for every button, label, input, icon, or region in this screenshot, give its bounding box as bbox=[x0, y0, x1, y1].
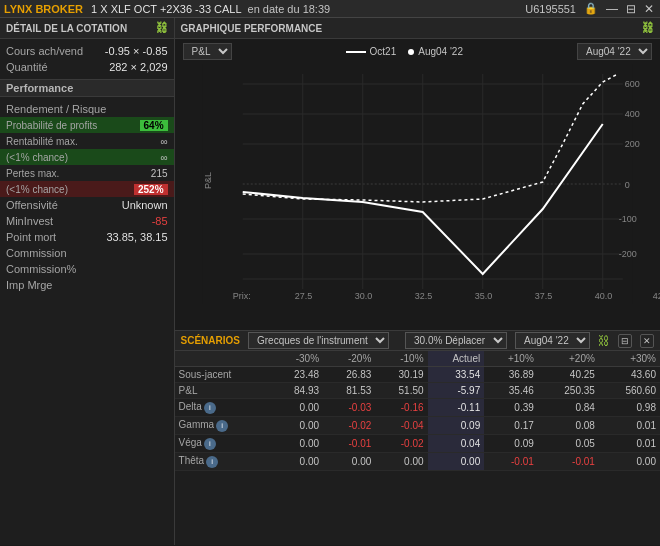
cours-value: -0.95 × -0.85 bbox=[105, 45, 168, 57]
deplacer-dropdown[interactable]: 30.0% Déplacer bbox=[405, 332, 507, 349]
scenario-link-icon[interactable]: ⛓ bbox=[598, 334, 610, 348]
date-info: en date du 18:39 bbox=[248, 3, 526, 15]
svg-text:27.5: 27.5 bbox=[294, 291, 312, 301]
info-icon[interactable]: i bbox=[216, 420, 228, 432]
mininvest-label: MinInvest bbox=[6, 215, 53, 227]
legend-aug: Aug04 '22 bbox=[408, 46, 463, 57]
cell-value: 26.83 bbox=[323, 367, 375, 383]
info-icon[interactable]: i bbox=[204, 438, 216, 450]
scenario-close-button[interactable]: ✕ bbox=[640, 334, 654, 348]
info-icon[interactable]: i bbox=[206, 456, 218, 468]
svg-text:40.0: 40.0 bbox=[594, 291, 612, 301]
window-controls[interactable]: — ⊟ ✕ bbox=[604, 2, 656, 16]
cell-value: 0.00 bbox=[599, 453, 660, 471]
right-panel: GRAPHIQUE PERFORMANCE ⛓ P&L Oct21 Aug04 … bbox=[175, 18, 660, 545]
cell-value: 0.84 bbox=[538, 399, 599, 417]
row-label: Gammai bbox=[175, 417, 271, 435]
svg-text:35.0: 35.0 bbox=[474, 291, 492, 301]
cours-row: Cours ach/vend -0.95 × -0.85 bbox=[0, 43, 174, 59]
rendement-row: Rendement / Risque bbox=[0, 101, 174, 117]
rentabilite-chance-row: (<1% chance) ∞ bbox=[0, 149, 174, 165]
commissionpct-row: Commission% bbox=[0, 261, 174, 277]
svg-text:P&L: P&L bbox=[202, 172, 212, 189]
cell-value: 0.00 bbox=[271, 399, 323, 417]
cell-value: 23.48 bbox=[271, 367, 323, 383]
cell-value: 0.00 bbox=[271, 435, 323, 453]
cell-value: -0.02 bbox=[323, 417, 375, 435]
cell-value: 0.98 bbox=[599, 399, 660, 417]
row-label: Thêtai bbox=[175, 453, 271, 471]
restore-button[interactable]: ⊟ bbox=[624, 2, 638, 16]
offensivite-value: Unknown bbox=[122, 199, 168, 211]
rentabilite-value: ∞ bbox=[160, 136, 167, 147]
cell-value: 560.60 bbox=[599, 383, 660, 399]
impmrge-label: Imp Mrge bbox=[6, 279, 52, 291]
cell-value: 36.89 bbox=[484, 367, 538, 383]
cell-value: 0.00 bbox=[375, 453, 427, 471]
scenario-row-sous-jacent: Sous-jacent23.4826.8330.1933.5436.8940.2… bbox=[175, 367, 660, 383]
probabilite-row: Probabilité de profits 64% bbox=[0, 117, 174, 133]
scenario-table: -30% -20% -10% Actuel +10% +20% +30% Sou… bbox=[175, 351, 660, 471]
scenario-row-delta: Deltai0.00-0.03-0.16-0.110.390.840.98 bbox=[175, 399, 660, 417]
left-panel: DÉTAIL DE LA COTATION ⛓ Cours ach/vend -… bbox=[0, 18, 175, 545]
cell-value: -0.16 bbox=[375, 399, 427, 417]
col-header-m30: -30% bbox=[271, 351, 323, 367]
svg-text:-100: -100 bbox=[618, 214, 636, 224]
scenario-label: SCÉNARIOS bbox=[181, 335, 240, 346]
quote-link-icon[interactable]: ⛓ bbox=[156, 21, 168, 35]
pertes-chance-value: 252% bbox=[134, 184, 168, 195]
rendement-label: Rendement / Risque bbox=[6, 103, 106, 115]
cell-value: 0.39 bbox=[484, 399, 538, 417]
cell-value: -0.01 bbox=[484, 453, 538, 471]
chart-link-icon[interactable]: ⛓ bbox=[642, 21, 654, 35]
col-header-m10: -10% bbox=[375, 351, 427, 367]
svg-text:0: 0 bbox=[624, 180, 629, 190]
scenario-header: SCÉNARIOS Grecques de l'instrument 30.0%… bbox=[175, 331, 660, 351]
pl-select[interactable]: P&L bbox=[183, 43, 232, 60]
date-dropdown[interactable]: Aug04 '22 bbox=[515, 332, 590, 349]
cell-value: 0.09 bbox=[428, 417, 485, 435]
chart-header-label: GRAPHIQUE PERFORMANCE bbox=[181, 23, 323, 34]
row-label: P&L bbox=[175, 383, 271, 399]
cell-value: 84.93 bbox=[271, 383, 323, 399]
cell-value: 0.05 bbox=[538, 435, 599, 453]
svg-text:400: 400 bbox=[624, 109, 639, 119]
main-area: DÉTAIL DE LA COTATION ⛓ Cours ach/vend -… bbox=[0, 18, 660, 545]
cell-value: 0.09 bbox=[484, 435, 538, 453]
pointmort-row: Point mort 33.85, 38.15 bbox=[0, 229, 174, 245]
account-id: U6195551 bbox=[525, 3, 576, 15]
mininvest-row: MinInvest -85 bbox=[0, 213, 174, 229]
offensivite-row: Offensivité Unknown bbox=[0, 197, 174, 213]
cell-value: 51.50 bbox=[375, 383, 427, 399]
pointmort-label: Point mort bbox=[6, 231, 56, 243]
instrument-label: 1 X XLF OCT +2X36 -33 CALL bbox=[91, 3, 242, 15]
scenario-row-véga: Végai0.00-0.01-0.020.040.090.050.01 bbox=[175, 435, 660, 453]
legend-oct: Oct21 bbox=[346, 46, 397, 57]
close-button[interactable]: ✕ bbox=[642, 2, 656, 16]
probabilite-value: 64% bbox=[140, 120, 168, 131]
cours-label: Cours ach/vend bbox=[6, 45, 83, 57]
commissionpct-label: Commission% bbox=[6, 263, 76, 275]
lock-icon: 🔒 bbox=[584, 2, 598, 15]
cell-value: 33.54 bbox=[428, 367, 485, 383]
pertes-chance-row: (<1% chance) 252% bbox=[0, 181, 174, 197]
cell-value: 0.00 bbox=[271, 453, 323, 471]
info-icon[interactable]: i bbox=[204, 402, 216, 414]
offensivite-label: Offensivité bbox=[6, 199, 58, 211]
rentabilite-label: Rentabilité max. bbox=[6, 136, 78, 147]
col-header-label bbox=[175, 351, 271, 367]
svg-text:37.5: 37.5 bbox=[534, 291, 552, 301]
grecques-dropdown[interactable]: Grecques de l'instrument bbox=[248, 332, 389, 349]
cell-value: 250.35 bbox=[538, 383, 599, 399]
cell-value: 0.17 bbox=[484, 417, 538, 435]
chart-date-select[interactable]: Aug04 '22 bbox=[577, 43, 652, 60]
minimize-button[interactable]: — bbox=[604, 2, 620, 16]
quantite-value: 282 × 2,029 bbox=[109, 61, 167, 73]
cell-value: 0.01 bbox=[599, 417, 660, 435]
scenario-expand-button[interactable]: ⊟ bbox=[618, 334, 632, 348]
pertes-label: Pertes max. bbox=[6, 168, 59, 179]
cell-value: -0.01 bbox=[538, 453, 599, 471]
cell-value: 43.60 bbox=[599, 367, 660, 383]
cell-value: 0.00 bbox=[428, 453, 485, 471]
quantite-row: Quantité 282 × 2,029 bbox=[0, 59, 174, 75]
